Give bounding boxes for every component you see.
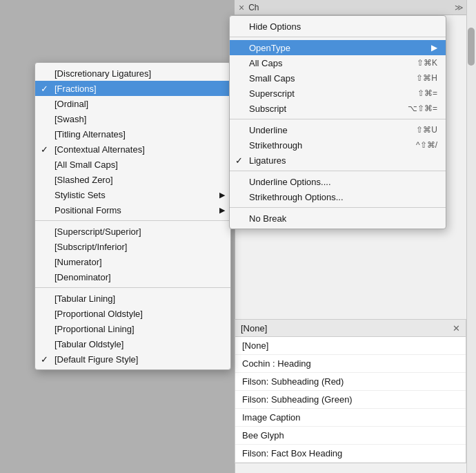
left-menu-item-default-figure-style[interactable]: ✓[Default Figure Style] (35, 351, 230, 367)
left-menu-item-titling-alternates[interactable]: [Titling Alternates] (35, 126, 230, 142)
menu-item-label: Positional Forms (54, 205, 121, 215)
menu-item-label: [Subscript/Inferior] (54, 242, 128, 252)
right-menu-item-superscript[interactable]: Superscript⇧⌘= (230, 86, 446, 101)
menu-separator (230, 207, 446, 208)
left-menu-item-proportional-lining[interactable]: [Proportional Lining] (35, 321, 230, 336)
style-list-item-cochin-heading[interactable]: Cochin : Heading (235, 355, 466, 373)
right-menu-item-underline-options[interactable]: Underline Options.... (230, 174, 446, 189)
menu-separator (230, 37, 446, 37)
right-menu-item-ligatures[interactable]: ✓Ligatures (230, 153, 446, 168)
style-list-item-none[interactable]: [None] (235, 337, 466, 355)
submenu-arrow-icon: ▶ (219, 206, 225, 215)
left-menu-item-superscript-superior[interactable]: [Superscript/Superior] (35, 224, 230, 239)
menu-item-label: Superscript (249, 88, 295, 99)
menu-separator (35, 220, 230, 221)
shortcut-label: ⇧⌘= (417, 88, 437, 98)
right-menu-item-no-break[interactable]: No Break (230, 211, 446, 226)
right-menu-item-hide-options[interactable]: Hide Options (230, 19, 446, 34)
menu-item-label: Ligatures (249, 155, 286, 166)
style-list-pin-icon[interactable]: ✕ (453, 323, 460, 334)
shortcut-label: ⇧⌘K (417, 58, 437, 68)
menu-item-label: [Swash] (54, 114, 86, 124)
style-list-item-bee-glyph[interactable]: Bee Glyph (235, 427, 466, 445)
left-menu-item-subscript-inferior[interactable]: [Subscript/Inferior] (35, 239, 230, 254)
style-list-header-label: [None] (241, 323, 267, 334)
left-menu-item-discretionary-ligatures[interactable]: [Discretionary Ligatures] (35, 66, 230, 81)
menu-item-label: Stylistic Sets (54, 190, 106, 200)
menu-item-label: [Contextual Alternates] (54, 144, 145, 155)
menu-item-label: [Slashed Zero] (54, 175, 113, 185)
menu-item-label: [Fractions] (54, 84, 97, 94)
menu-item-label: [Titling Alternates] (54, 129, 126, 139)
menu-item-label: All Caps (249, 58, 282, 68)
shortcut-label: ⇧⌘H (416, 73, 437, 83)
menu-item-label: [Default Figure Style] (54, 354, 138, 365)
left-menu-item-denominator[interactable]: [Denominator] (35, 269, 230, 284)
right-menu-item-opentype[interactable]: OpenType▶ (230, 40, 446, 55)
checkmark-icon: ✓ (41, 354, 48, 365)
collapse-icon[interactable]: ≫ (455, 3, 464, 12)
right-menu-item-small-caps[interactable]: Small Caps⇧⌘H (230, 70, 446, 86)
scrollbar-thumb[interactable] (468, 28, 475, 66)
menu-item-label: Strikethrough (249, 140, 302, 151)
menu-item-label: [Ordinal] (54, 99, 88, 109)
left-menu-item-contextual-alternates[interactable]: ✓[Contextual Alternates] (35, 142, 230, 157)
panel-top-bar: × Ch ≫ (235, 0, 476, 15)
left-menu-item-ordinal[interactable]: [Ordinal] (35, 96, 230, 111)
menu-separator (230, 171, 446, 171)
style-list-items: [None]Cochin : HeadingFilson: Subheading… (235, 337, 466, 463)
menu-separator (35, 287, 230, 288)
left-menu-item-stylistic-sets[interactable]: Stylistic Sets▶ (35, 187, 230, 202)
right-menu-item-underline[interactable]: Underline⇧⌘U (230, 122, 446, 137)
menu-item-label: Underline (249, 125, 288, 135)
menu-item-label: Hide Options (249, 21, 301, 32)
checkmark-icon: ✓ (235, 155, 243, 166)
style-list-item-filson-subheading-red[interactable]: Filson: Subheading (Red) (235, 373, 466, 391)
menu-item-label: [Tabular Oldstyle] (54, 339, 123, 349)
menu-item-label: OpenType (249, 43, 290, 53)
left-menu-item-positional-forms[interactable]: Positional Forms▶ (35, 202, 230, 218)
shortcut-label: ^⇧⌘/ (416, 140, 437, 150)
menu-item-label: No Break (249, 213, 286, 224)
scrollbar-track[interactable] (466, 0, 476, 473)
left-menu: [Discretionary Ligatures]✓[Fractions][Or… (34, 62, 231, 370)
style-list-item-image-caption[interactable]: Image Caption (235, 409, 466, 427)
left-menu-item-proportional-oldstyle[interactable]: [Proportional Oldstyle] (35, 306, 230, 321)
style-list-item-filson-subheading-green[interactable]: Filson: Subheading (Green) (235, 391, 466, 409)
left-menu-item-numerator[interactable]: [Numerator] (35, 254, 230, 269)
right-menu-item-subscript[interactable]: Subscript⌥⇧⌘= (230, 101, 446, 116)
submenu-arrow-icon: ▶ (219, 191, 225, 200)
menu-item-label: [Tabular Lining] (54, 293, 115, 304)
menu-item-label: [Numerator] (54, 257, 102, 267)
left-menu-item-tabular-oldstyle[interactable]: [Tabular Oldstyle] (35, 336, 230, 351)
left-menu-item-all-small-caps[interactable]: [All Small Caps] (35, 157, 230, 172)
panel-title: Ch (248, 3, 259, 12)
left-menu-item-slashed-zero[interactable]: [Slashed Zero] (35, 172, 230, 187)
menu-item-label: [Superscript/Superior] (54, 226, 141, 237)
menu-item-label: Strikethrough Options... (249, 192, 344, 202)
style-list-item-filson-fact-box-heading[interactable]: Filson: Fact Box Heading (235, 445, 466, 463)
shortcut-label: ▶ (431, 43, 437, 52)
menu-item-label: Subscript (249, 104, 286, 114)
menu-separator (230, 119, 446, 119)
close-icon[interactable]: × (239, 2, 244, 13)
right-submenu: Hide OptionsOpenType▶All Caps⇧⌘KSmall Ca… (229, 15, 446, 229)
left-menu-item-tabular-lining[interactable]: [Tabular Lining] (35, 291, 230, 306)
menu-item-label: [All Small Caps] (54, 160, 118, 170)
style-list-panel: [None] ✕ [None]Cochin : HeadingFilson: S… (235, 319, 466, 463)
shortcut-label: ⇧⌘U (416, 125, 437, 135)
right-menu-item-strikethrough[interactable]: Strikethrough^⇧⌘/ (230, 137, 446, 153)
menu-item-label: Underline Options.... (249, 177, 331, 187)
menu-item-label: [Proportional Lining] (54, 324, 135, 334)
style-list-header: [None] ✕ (235, 320, 466, 337)
menu-item-label: Small Caps (249, 73, 295, 84)
menu-item-label: [Discretionary Ligatures] (54, 68, 151, 79)
menu-item-label: [Proportional Oldstyle] (54, 309, 143, 319)
right-menu-item-all-caps[interactable]: All Caps⇧⌘K (230, 55, 446, 70)
left-menu-item-swash[interactable]: [Swash] (35, 111, 230, 126)
shortcut-label: ⌥⇧⌘= (408, 104, 437, 113)
right-menu-item-strikethrough-options[interactable]: Strikethrough Options... (230, 189, 446, 204)
left-menu-item-fractions[interactable]: ✓[Fractions] (35, 81, 230, 96)
checkmark-icon: ✓ (41, 144, 48, 155)
menu-item-label: [Denominator] (54, 272, 111, 282)
